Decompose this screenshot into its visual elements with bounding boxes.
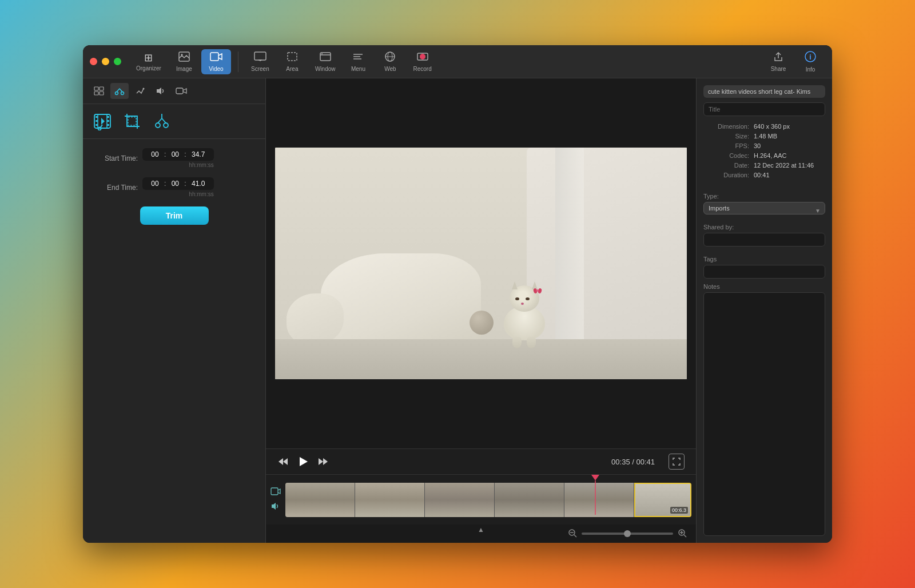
codec-label: Codec:	[703, 152, 749, 159]
fullscreen-button[interactable]	[669, 454, 685, 470]
svg-point-24	[116, 92, 118, 95]
rewind-button[interactable]	[277, 457, 289, 466]
timeline-video-icon[interactable]	[270, 487, 281, 498]
zoom-slider[interactable]	[582, 533, 673, 535]
camera-edit-btn[interactable]	[172, 83, 190, 99]
window-icon	[319, 51, 332, 65]
annotate-edit-btn[interactable]	[131, 83, 149, 99]
thumb-2	[355, 483, 425, 517]
toolbar-image[interactable]: Image	[169, 49, 199, 74]
type-select[interactable]: Imports Exports Recordings	[703, 202, 825, 214]
thumb-6: 00:6.3	[634, 483, 691, 517]
svg-line-53	[684, 535, 686, 537]
playhead-line	[595, 480, 596, 515]
zoom-out-icon[interactable]	[568, 529, 577, 539]
scissors-tool[interactable]	[152, 111, 172, 132]
cut-edit-btn[interactable]	[110, 83, 129, 99]
timeline-icons	[270, 487, 281, 512]
thumb-1	[285, 483, 355, 517]
kitten-scene	[275, 148, 687, 379]
fastforward-button[interactable]	[317, 457, 329, 466]
image-icon	[178, 51, 190, 65]
svg-marker-48	[272, 503, 276, 510]
toolbar-window[interactable]: Window	[309, 49, 341, 74]
area-icon	[287, 51, 298, 65]
svg-marker-42	[283, 458, 288, 465]
end-time-row: End Time: : : hh:mm:ss	[92, 177, 256, 197]
close-button[interactable]	[90, 58, 97, 65]
svg-rect-33	[96, 120, 98, 122]
start-seconds[interactable]	[188, 150, 209, 158]
collapse-icon[interactable]: ▲	[478, 526, 484, 534]
time-section: Start Time: : : hh:mm:ss End Time:	[83, 139, 265, 243]
zoom-bar: ▲	[266, 525, 696, 543]
metadata-table: Dimension: 640 x 360 px Size: 1.48 MB FP…	[703, 123, 825, 181]
svg-point-1	[181, 54, 182, 55]
end-colon-2: :	[184, 180, 186, 188]
end-minutes[interactable]	[167, 180, 183, 188]
toolbar-info[interactable]: i Info	[795, 49, 825, 75]
main-content: Start Time: : : hh:mm:ss End Time:	[83, 78, 832, 543]
svg-point-16	[420, 54, 425, 59]
svg-rect-36	[107, 120, 109, 122]
toolbar-record[interactable]: Record	[407, 49, 437, 74]
toolbar-area[interactable]: Area	[277, 49, 307, 74]
record-label: Record	[413, 66, 431, 72]
duration-label: Duration:	[703, 172, 749, 178]
size-row: Size: 1.48 MB	[703, 133, 825, 140]
svg-rect-20	[94, 87, 98, 90]
svg-rect-21	[100, 87, 104, 90]
end-time-fields[interactable]: : :	[142, 177, 214, 190]
toolbar-share[interactable]: Share	[763, 49, 793, 75]
fps-label: FPS:	[703, 142, 749, 149]
svg-point-41	[164, 123, 168, 128]
svg-line-50	[574, 535, 576, 537]
video-icon	[210, 51, 222, 65]
timeline-strip[interactable]: 00:6.3	[285, 483, 691, 517]
start-time-label: Start Time:	[92, 154, 138, 162]
play-button[interactable]	[298, 456, 308, 467]
toolbar-screen[interactable]: Screen	[245, 49, 275, 74]
date-label: Date:	[703, 162, 749, 169]
end-colon-1: :	[164, 180, 166, 188]
start-minutes[interactable]	[167, 150, 183, 158]
end-seconds[interactable]	[188, 180, 209, 188]
duration-value: 00:41	[754, 172, 770, 178]
toolbar-organizer[interactable]: ⊞ Organizer	[130, 49, 167, 74]
toolbar-video[interactable]: Video	[201, 49, 231, 74]
dimension-label: Dimension:	[703, 123, 749, 130]
organizer-icon: ⊞	[144, 51, 153, 64]
toolbar-menu[interactable]: Menu	[343, 49, 373, 74]
traffic-lights	[90, 58, 121, 65]
playhead	[591, 475, 599, 515]
filename-input[interactable]	[703, 85, 825, 98]
film-clip-tool[interactable]	[92, 111, 113, 132]
trim-button[interactable]: Trim	[140, 206, 209, 225]
area-label: Area	[286, 66, 298, 72]
tags-label: Tags	[703, 256, 825, 263]
svg-marker-43	[279, 458, 283, 465]
play-edit-btn[interactable]	[90, 83, 108, 99]
maximize-button[interactable]	[114, 58, 121, 65]
title-input[interactable]	[703, 102, 825, 116]
zoom-in-icon[interactable]	[678, 529, 687, 539]
tags-input[interactable]	[703, 265, 825, 279]
svg-rect-3	[254, 52, 266, 60]
start-hours[interactable]	[147, 150, 163, 158]
crop-tool[interactable]	[122, 111, 142, 132]
zoom-thumb[interactable]	[624, 530, 631, 537]
audio-edit-btn[interactable]	[152, 83, 170, 99]
shared-by-input[interactable]	[703, 233, 825, 247]
start-time-fields[interactable]: : :	[142, 148, 214, 161]
timeline-audio-icon[interactable]	[270, 502, 281, 512]
toolbar-web[interactable]: Web	[375, 49, 405, 74]
svg-marker-27	[157, 88, 161, 94]
end-hours[interactable]	[147, 180, 163, 188]
svg-rect-35	[107, 116, 109, 118]
time-display: 00:35 / 00:41	[611, 458, 655, 466]
notes-textarea[interactable]	[703, 292, 825, 536]
minimize-button[interactable]	[102, 58, 109, 65]
date-value: 12 Dec 2022 at 11:46	[754, 162, 814, 169]
svg-rect-37	[107, 124, 109, 126]
svg-marker-46	[323, 458, 328, 465]
